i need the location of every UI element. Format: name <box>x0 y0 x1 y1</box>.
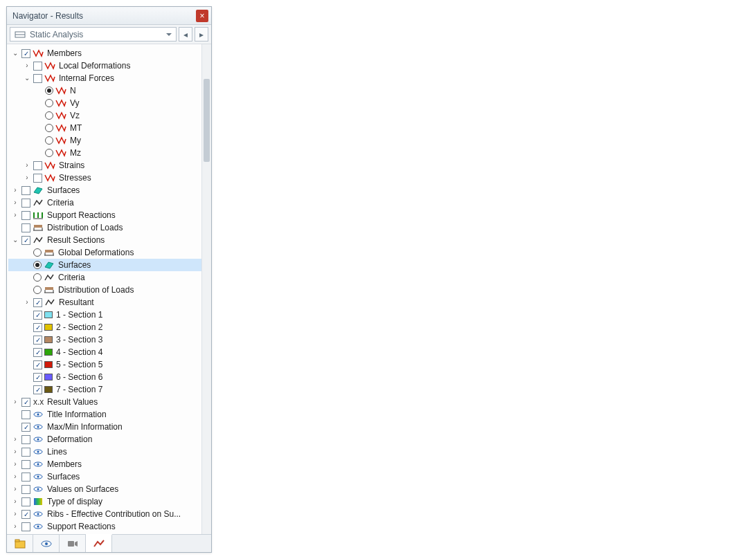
tree-checkbox[interactable] <box>33 62 42 71</box>
tree-row[interactable]: ⌄Result Sections <box>8 234 201 246</box>
chevron-right-icon[interactable]: › <box>23 161 31 169</box>
tree-radio[interactable] <box>45 99 53 107</box>
chevron-right-icon[interactable]: › <box>11 510 19 518</box>
tree-scrollbar[interactable] <box>201 44 211 534</box>
tree-checkbox[interactable] <box>21 460 30 469</box>
tree-row[interactable]: ›Resultant <box>8 296 201 309</box>
tree-row[interactable]: ›Type of display <box>8 495 201 508</box>
tree-row[interactable]: ›Criteria <box>8 196 201 209</box>
tree-checkbox[interactable] <box>33 311 42 320</box>
chevron-right-icon[interactable]: › <box>11 522 19 531</box>
tree-row[interactable]: Vy <box>8 97 201 109</box>
navigator-titlebar[interactable]: Navigator - Results × <box>7 7 211 25</box>
tree-checkbox[interactable] <box>21 223 30 232</box>
tree-checkbox[interactable] <box>33 323 42 332</box>
tree-checkbox[interactable] <box>33 336 42 345</box>
tab-record[interactable] <box>60 535 86 552</box>
tree-row[interactable]: ›Support Reactions <box>8 520 201 533</box>
chevron-right-icon[interactable]: › <box>11 398 19 406</box>
tree-row[interactable]: ›Members <box>8 458 201 470</box>
chevron-right-icon[interactable]: › <box>11 186 19 194</box>
tree-checkbox[interactable] <box>33 385 42 394</box>
tree-checkbox[interactable] <box>21 423 30 432</box>
tree-checkbox[interactable] <box>21 485 30 494</box>
tree-row[interactable]: 5 - Section 5 <box>8 358 201 371</box>
tree-radio[interactable] <box>33 286 42 294</box>
tree-row[interactable]: Criteria <box>8 271 201 284</box>
chevron-right-icon[interactable]: › <box>11 473 19 481</box>
prev-analysis-button[interactable]: ◂ <box>179 27 192 42</box>
tab-views[interactable] <box>33 535 60 552</box>
tree-checkbox[interactable] <box>21 473 30 482</box>
tree-checkbox[interactable] <box>21 199 30 208</box>
tree-checkbox[interactable] <box>21 522 30 531</box>
chevron-right-icon[interactable]: › <box>11 448 19 456</box>
tree-row[interactable]: ⌄Internal Forces <box>8 72 201 84</box>
tree-radio[interactable] <box>33 248 42 257</box>
tree-row[interactable]: N <box>8 84 201 97</box>
tree-row[interactable]: Max/Min Information <box>8 421 201 433</box>
tree-row[interactable]: Global Deformations <box>8 246 201 259</box>
tree-radio[interactable] <box>45 86 53 95</box>
tree-row[interactable]: ›Surfaces <box>8 184 201 196</box>
tree-radio[interactable] <box>45 111 53 120</box>
tree-checkbox[interactable] <box>33 74 42 83</box>
tree-checkbox[interactable] <box>33 161 42 170</box>
tree-checkbox[interactable] <box>21 49 30 58</box>
tree-checkbox[interactable] <box>33 360 42 369</box>
chevron-right-icon[interactable]: › <box>11 199 19 207</box>
chevron-right-icon[interactable]: › <box>11 211 19 219</box>
tree-row[interactable]: ›Values on Surfaces <box>8 483 201 495</box>
tree-radio[interactable] <box>33 273 42 282</box>
tab-project[interactable] <box>7 535 33 552</box>
chevron-down-icon[interactable]: ⌄ <box>11 49 19 57</box>
tree-checkbox[interactable] <box>33 298 42 307</box>
tree-row[interactable]: ›x.xxResult Values <box>8 396 201 408</box>
chevron-right-icon[interactable]: › <box>23 174 31 182</box>
tree-row[interactable]: 7 - Section 7 <box>8 383 201 396</box>
chevron-right-icon[interactable]: › <box>11 497 19 506</box>
tree-checkbox[interactable] <box>21 448 30 457</box>
tree-row[interactable]: 4 - Section 4 <box>8 346 201 358</box>
tree-row[interactable]: Mz <box>8 147 201 159</box>
tree-row[interactable]: ›Stresses <box>8 172 201 184</box>
tree-checkbox[interactable] <box>33 174 42 183</box>
tree-radio[interactable] <box>45 149 53 157</box>
chevron-down-icon[interactable]: ⌄ <box>11 236 19 244</box>
tree-checkbox[interactable] <box>21 510 30 519</box>
tree-row[interactable]: ›Ribs - Effective Contribution on Su... <box>8 508 201 520</box>
tree-checkbox[interactable] <box>21 186 30 195</box>
tree-row[interactable]: ›Surfaces <box>8 470 201 483</box>
tree-row[interactable]: ›Local Deformations <box>8 59 201 72</box>
chevron-right-icon[interactable]: › <box>23 62 31 70</box>
tree-row[interactable]: ⌄Members <box>8 47 201 59</box>
tree-row[interactable]: Vz <box>8 109 201 122</box>
tree-checkbox[interactable] <box>21 410 30 419</box>
tree-row[interactable]: ›Lines <box>8 446 201 458</box>
tree-checkbox[interactable] <box>21 398 30 407</box>
tree-row[interactable]: Distribution of Loads <box>8 221 201 234</box>
tree-row[interactable]: Title Information <box>8 408 201 421</box>
tab-results[interactable] <box>86 534 112 552</box>
next-analysis-button[interactable]: ▸ <box>195 27 208 42</box>
analysis-type-dropdown[interactable]: Static Analysis <box>10 27 177 42</box>
tree-row[interactable]: 1 - Section 1 <box>8 309 201 321</box>
tree-row[interactable]: Distribution of Loads <box>8 284 201 296</box>
tree-radio[interactable] <box>45 136 53 145</box>
chevron-right-icon[interactable]: › <box>11 485 19 493</box>
chevron-right-icon[interactable]: › <box>11 460 19 468</box>
tree-checkbox[interactable] <box>21 435 30 444</box>
results-tree[interactable]: ⌄Members›Local Deformations⌄Internal For… <box>7 44 201 534</box>
chevron-down-icon[interactable]: ⌄ <box>23 74 31 82</box>
tree-row[interactable]: ›Deformation <box>8 433 201 446</box>
chevron-right-icon[interactable]: › <box>23 298 31 306</box>
tree-row[interactable]: 6 - Section 6 <box>8 371 201 383</box>
tree-checkbox[interactable] <box>21 497 30 506</box>
tree-checkbox[interactable] <box>21 236 30 245</box>
chevron-right-icon[interactable]: › <box>11 435 19 443</box>
tree-checkbox[interactable] <box>33 373 42 382</box>
tree-row[interactable]: 2 - Section 2 <box>8 321 201 333</box>
tree-checkbox[interactable] <box>21 211 30 220</box>
tree-radio[interactable] <box>33 261 42 269</box>
tree-row[interactable]: 3 - Section 3 <box>8 333 201 346</box>
